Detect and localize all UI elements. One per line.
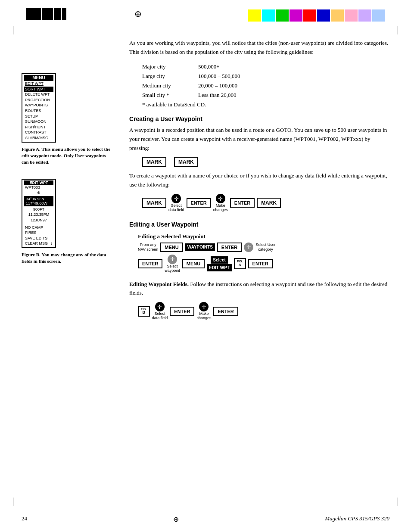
color-bar-lavender: [358, 9, 371, 22]
wpt-arrow: ↕: [51, 241, 53, 246]
color-bar-magenta: [290, 9, 302, 22]
arrow-pad-1: ✛ Selectdata field: [168, 194, 184, 212]
figure-b-container: EDIT WPT WPT003 ⊕ 34°06.56N 117°49.60W 9…: [22, 179, 112, 265]
black-bar-4: [62, 8, 66, 20]
color-bar-yellow: [248, 9, 261, 22]
select-waypoints-btn[interactable]: WAYPOINTS: [185, 243, 215, 251]
select-user-category-wrapper: Select Usercategory: [255, 243, 276, 252]
arrow-pad-edit-1: ✛: [244, 243, 253, 252]
select-waypoints-wrapper: WAYPOINTS: [185, 243, 215, 251]
intro-paragraph: As you are working with waypoints, you w…: [129, 39, 389, 57]
coord1: 34°06.56N 117°49.60W: [24, 196, 53, 206]
enter-btn-seq-1[interactable]: ENTER: [187, 198, 211, 208]
figure-b-caption-bold: Figure B.: [22, 252, 40, 257]
menu-item-setup: SETUP: [24, 114, 53, 119]
fields-sequence: FIG. B ✛ Selectdata field ENTER ✛ Makech…: [138, 302, 389, 320]
edit-wpt-title: EDIT WPT: [24, 180, 53, 185]
wpt-field3: SAVE EDITS: [24, 236, 53, 241]
joystick-fields-2[interactable]: ✛: [199, 302, 209, 311]
editing-fields-heading: Editing Waypoint Fields.: [129, 281, 189, 287]
color-bar-blue: [317, 9, 330, 22]
city-table: Major city 500,000+ Large city 100,000 –…: [142, 62, 389, 109]
enter-btn-edit-2[interactable]: ENTER: [138, 259, 162, 268]
color-bar-pink: [345, 9, 358, 22]
joystick-arrows-1: ✛: [174, 196, 179, 202]
menu-box-figure-a: MENU EDIT WPT SORT WPT DELETE WPT PROJEC…: [22, 73, 56, 143]
select-user-category-text: Select Usercategory: [255, 243, 276, 252]
black-bar-2: [42, 8, 53, 20]
arrow-pad-edit-2: ✛ Selectwaypoint: [165, 255, 180, 273]
from-nav-text: From anyNAV screen: [138, 243, 158, 252]
joystick-arrows-2: ✛: [218, 196, 223, 202]
joystick-2[interactable]: ✛: [216, 194, 225, 203]
city-pop-medium: 20,000 – 100,000: [198, 81, 267, 90]
color-bars-right: [155, 0, 411, 24]
edit-wpt-label[interactable]: EDIT WPT: [207, 264, 232, 271]
black-bar-3: [54, 8, 61, 20]
color-bar-cyan: [262, 9, 275, 22]
wpt-field2: FIRES: [24, 230, 53, 236]
enter-btn-edit-1[interactable]: ENTER: [217, 243, 242, 252]
wpt-cross: ⊕: [24, 190, 53, 196]
joystick-1[interactable]: ✛: [171, 194, 181, 203]
page-content: MENU EDIT WPT SORT WPT DELETE WPT PROJEC…: [0, 30, 411, 532]
enter-btn-seq-2[interactable]: ENTER: [230, 198, 255, 208]
creating-instruction: To create a waypoint with a name of your…: [129, 171, 389, 190]
joystick-edit-1[interactable]: ✛: [244, 243, 253, 252]
menu-btn-1[interactable]: MENU: [160, 243, 183, 252]
city-name-small: Small city *: [142, 90, 190, 100]
subsection-heading-selected: Editing a Selected Waypoint: [138, 233, 389, 240]
select-label-edit[interactable]: Select: [211, 256, 227, 264]
fields-select-data-label: Selectdata field: [152, 312, 168, 320]
page-number: 24: [22, 515, 27, 523]
city-pop-major: 500,000+: [198, 62, 267, 72]
color-bar-lightblue: [372, 9, 385, 22]
menu-item-edit-wpt: EDIT WPT: [24, 81, 53, 87]
black-bars: [26, 8, 66, 20]
city-row-medium: Medium city 20,000 – 100,000: [142, 81, 389, 90]
editing-fields-section: Editing Waypoint Fields. Follow the inst…: [129, 280, 389, 298]
sidebar: MENU EDIT WPT SORT WPT DELETE WPT PROJEC…: [0, 30, 121, 532]
joystick-fields-1[interactable]: ✛: [155, 302, 165, 311]
editing-sequence-row2: ENTER ✛ Selectwaypoint MENU Select EDIT …: [138, 255, 389, 273]
city-row-large: Large city 100,000 – 500,000: [142, 72, 389, 81]
mark-btn-seq-1[interactable]: MARK: [142, 198, 166, 208]
joystick-edit-arrows-1: ✛: [246, 244, 251, 250]
editing-fields-text: Editing Waypoint Fields. Follow the inst…: [129, 280, 389, 298]
menu-item-sort-wpt: SORT WPT: [24, 87, 53, 92]
menu-btn-2[interactable]: MENU: [182, 259, 205, 268]
section-heading-creating: Creating a User Waypoint: [129, 115, 389, 122]
enter-btn-fields-1[interactable]: ENTER: [170, 307, 194, 316]
city-row-major: Major city 500,000+: [142, 62, 389, 72]
joystick-edit-2[interactable]: ✛: [168, 255, 177, 264]
joystick-fields-arrows-2: ✛: [202, 304, 206, 310]
wpt-altitude: 900FT: [24, 207, 53, 212]
select-waypoint-label: Selectwaypoint: [165, 264, 180, 273]
mark-mark-sequence: MARK MARK: [142, 157, 389, 167]
figure-b-caption: Figure B. You may change any of the data…: [22, 252, 112, 265]
city-pop-small: Less than 20,000: [198, 90, 267, 100]
page-footer: 24 ⊕ Magellan GPS 315/GPS 320: [0, 515, 411, 523]
editing-sequence-row1: From anyNAV screen MENU WAYPOINTS ENTER …: [138, 243, 389, 252]
mark-btn-seq-2[interactable]: MARK: [257, 198, 281, 208]
fig-a-letter: A: [239, 263, 242, 268]
creating-body: A waypoint is a recorded position that c…: [129, 126, 389, 152]
wpt-field1: NO CAMP: [24, 225, 53, 230]
fig-b-btn: FIG. B: [138, 306, 150, 317]
menu-title: MENU: [24, 75, 53, 81]
joystick-edit-arrows-2: ✛: [170, 256, 175, 262]
menu-item-waypoints: WAYPOINTS: [24, 103, 53, 108]
create-sequence: MARK ✛ Selectdata field ENTER ✛ Makechan…: [142, 194, 389, 212]
footer-crosshair: ⊕: [173, 515, 179, 523]
arrow-pad-2: ✛ Makechanges: [213, 194, 228, 212]
mark-button-2[interactable]: MARK: [174, 157, 198, 167]
footer-title: Magellan GPS 315/GPS 320: [325, 515, 389, 523]
mark-button-1[interactable]: MARK: [142, 157, 166, 167]
select-edit-wpt-wrapper: Select EDIT WPT: [207, 256, 232, 271]
figure-a-caption-bold: Figure A.: [22, 146, 40, 152]
city-name-large: Large city: [142, 72, 190, 81]
wpt-name: WPT003: [24, 185, 53, 190]
enter-btn-edit-3[interactable]: ENTER: [248, 259, 273, 268]
enter-btn-fields-2[interactable]: ENTER: [213, 307, 238, 316]
city-name-medium: Medium city: [142, 81, 190, 90]
